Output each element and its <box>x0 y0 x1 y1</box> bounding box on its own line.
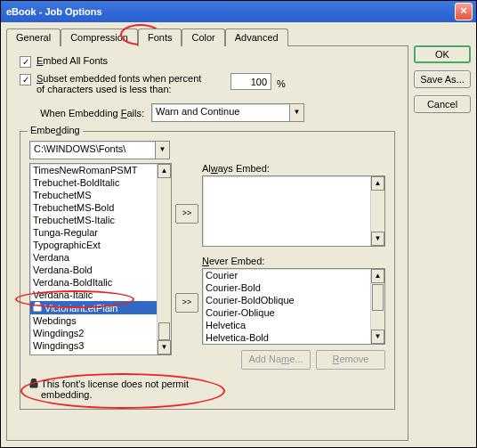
window-title: eBook - Job Options <box>4 6 455 17</box>
tab-fonts[interactable]: Fonts <box>138 29 182 46</box>
add-name-button[interactable]: Add Name... <box>241 350 311 370</box>
titlebar: eBook - Job Options × <box>1 1 476 22</box>
ok-button[interactable]: OK <box>414 45 471 63</box>
scroll-up-icon[interactable]: ▲ <box>371 176 384 191</box>
tab-advanced[interactable]: Advanced <box>225 29 288 46</box>
never-item[interactable]: Courier-Oblique <box>203 306 370 319</box>
subset-label: Subset embedded fonts when percentof cha… <box>36 73 214 94</box>
subset-row: ✓ Subset embedded fonts when percentof c… <box>20 73 395 94</box>
font-item[interactable]: Webdings <box>30 314 157 327</box>
scroll-up-icon[interactable]: ▲ <box>158 164 171 178</box>
embed-all-label: Embed All Fonts <box>36 55 108 66</box>
font-list[interactable]: TimesNewRomanPSMTTrebuchet-BoldItalicTre… <box>29 163 172 355</box>
scroll-thumb[interactable] <box>158 322 170 340</box>
always-embed-list[interactable]: ▲ ▼ <box>202 175 385 247</box>
when-fails-dropdown[interactable]: Warn and Continue ▼ <box>151 103 304 122</box>
font-item[interactable]: Wingdings-Regular <box>30 352 157 355</box>
embedding-group: Embedding C:\WINDOWS\Fonts\ ▼ TimesNewRo… <box>20 131 395 410</box>
embedding-group-title: Embedding <box>28 125 83 135</box>
always-add-button[interactable]: >> <box>175 204 198 224</box>
when-fails-row: When Embedding Fails: Warn and Continue … <box>20 103 395 122</box>
never-item[interactable]: Courier-Bold <box>203 281 370 294</box>
never-item[interactable]: Helvetica <box>203 319 370 331</box>
license-note: This font's license does not permit embe… <box>29 379 385 400</box>
tab-color[interactable]: Color <box>182 29 224 46</box>
tab-panel-fonts: ✓ Embed All Fonts ✓ Subset embedded font… <box>6 46 408 441</box>
scrollbar[interactable]: ▲ ▼ <box>370 269 384 344</box>
never-item[interactable]: Courier <box>203 269 370 281</box>
font-item[interactable]: TypographicExt <box>30 239 157 251</box>
scrollbar[interactable]: ▲ ▼ <box>370 176 384 246</box>
font-item[interactable]: Verdana-BoldItalic <box>30 276 157 289</box>
font-item[interactable]: VictorianLetPlain <box>30 301 157 314</box>
remove-button[interactable]: Remove <box>316 350 385 370</box>
tab-compression[interactable]: Compression <box>61 29 138 46</box>
font-item[interactable]: Wingdings2 <box>30 327 157 339</box>
font-item[interactable]: Verdana-Italic <box>30 289 157 301</box>
license-text: This font's license does not permit embe… <box>41 379 219 400</box>
tab-strip: General Compression Fonts Color Advanced <box>6 28 408 46</box>
scroll-down-icon[interactable]: ▼ <box>371 232 384 246</box>
scroll-thumb[interactable] <box>372 284 384 311</box>
font-item[interactable]: Tunga-Regular <box>30 226 157 239</box>
chevron-down-icon: ▼ <box>289 104 303 121</box>
font-item[interactable]: Trebuchet-BoldItalic <box>30 176 157 189</box>
lock-icon <box>33 302 42 314</box>
never-item[interactable]: Courier-BoldOblique <box>203 294 370 306</box>
cancel-button[interactable]: Cancel <box>414 95 471 113</box>
scroll-down-icon[interactable]: ▼ <box>158 340 171 354</box>
font-item[interactable]: TrebuchetMS <box>30 189 157 201</box>
scroll-down-icon[interactable]: ▼ <box>371 330 384 344</box>
font-dir-dropdown[interactable]: C:\WINDOWS\Fonts\ ▼ <box>29 141 170 159</box>
percent-sign: % <box>277 78 286 89</box>
lock-icon <box>29 379 38 390</box>
scroll-up-icon[interactable]: ▲ <box>371 269 384 283</box>
chevron-down-icon: ▼ <box>155 142 169 159</box>
never-add-button[interactable]: >> <box>175 293 198 313</box>
never-item[interactable]: Helvetica-Bold <box>203 331 370 344</box>
embed-all-checkbox[interactable]: ✓ <box>20 56 31 68</box>
font-item[interactable]: Verdana-Bold <box>30 264 157 276</box>
always-embed-label: Always Embed: <box>202 163 385 174</box>
font-item[interactable]: TrebuchetMS-Italic <box>30 214 157 226</box>
font-item[interactable]: TimesNewRomanPSMT <box>30 164 157 176</box>
font-item[interactable]: Wingdings3 <box>30 339 157 352</box>
subset-percent-input[interactable] <box>230 73 271 90</box>
close-button[interactable]: × <box>455 3 473 20</box>
font-item[interactable]: Verdana <box>30 251 157 264</box>
never-embed-list[interactable]: CourierCourier-BoldCourier-BoldObliqueCo… <box>202 268 385 345</box>
embed-all-row: ✓ Embed All Fonts <box>20 55 395 68</box>
save-as-button[interactable]: Save As... <box>414 70 471 88</box>
font-item[interactable]: TrebuchetMS-Bold <box>30 201 157 214</box>
never-embed-label: Never Embed: <box>202 256 385 266</box>
tab-general[interactable]: General <box>6 29 61 46</box>
scrollbar[interactable]: ▲ ▼ <box>157 164 171 354</box>
when-fails-label: When Embedding Fails: <box>20 108 144 118</box>
subset-checkbox[interactable]: ✓ <box>20 74 31 86</box>
